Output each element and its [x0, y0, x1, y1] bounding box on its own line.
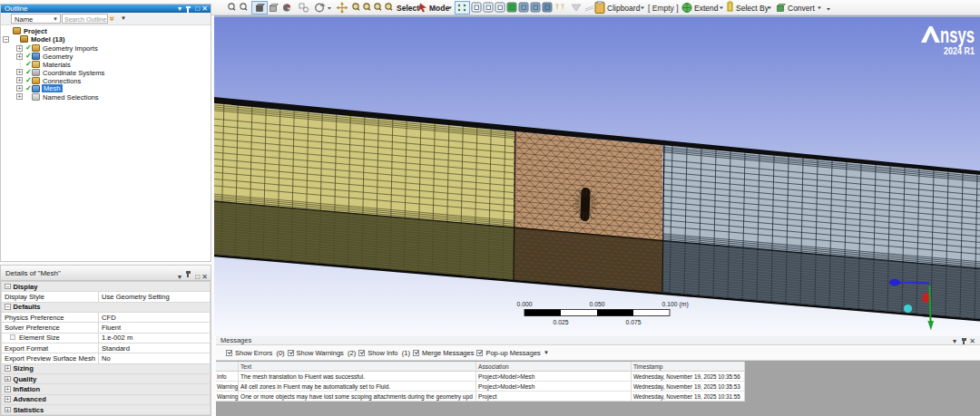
svg-text:0.025: 0.025	[553, 319, 568, 325]
svg-text:0.100: 0.100	[662, 301, 677, 307]
svg-text:[ Empty ]: [ Empty ]	[648, 4, 679, 13]
svg-text:(m): (m)	[680, 301, 689, 308]
svg-text:Convert: Convert	[788, 4, 815, 13]
svg-text:nsys: nsys	[940, 23, 975, 47]
svg-text:Clipboard: Clipboard	[607, 4, 641, 13]
svg-text:Select: Select	[397, 4, 419, 13]
svg-text:Select By: Select By	[736, 4, 769, 13]
svg-text:2024 R1: 2024 R1	[944, 46, 975, 56]
svg-text:0.000: 0.000	[516, 301, 532, 307]
svg-text:0.050: 0.050	[589, 301, 604, 307]
svg-text:0.075: 0.075	[625, 319, 641, 325]
svg-text:Extend: Extend	[694, 4, 719, 13]
svg-text:Mode: Mode	[429, 4, 449, 13]
